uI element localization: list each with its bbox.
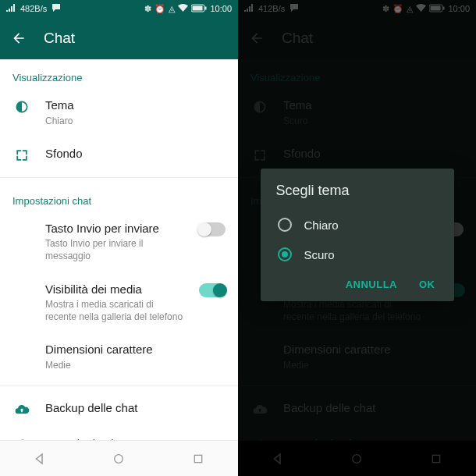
item-media-visibility[interactable]: Visibilità dei media Mostra i media scar… [0,272,238,333]
section-chat-settings: Impostazioni chat [0,183,238,211]
item-font-size[interactable]: Dimensioni carattere Medie [0,332,238,381]
radio-checked-icon [278,247,292,261]
divider [0,177,238,178]
app-bar: Chat [0,17,238,59]
option-light-label: Chiaro [304,218,339,232]
signal-icon [6,4,16,13]
item-theme-title: Tema [45,98,226,113]
item-backup[interactable]: Backup delle chat [0,391,238,427]
radio-unchecked-icon [278,218,292,232]
screen-light: 482B/s ✽ ⏰ ◬ 10:00 Chat Visualizzazione [0,0,238,476]
svg-rect-2 [205,6,207,9]
option-light[interactable]: Chiaro [276,210,439,240]
option-dark[interactable]: Scuro [276,240,439,269]
clock-text: 10:00 [210,4,232,13]
alarm-icon: ⏰ [155,5,165,13]
item-enter-title: Tasto Invio per inviare [45,221,185,236]
switch-enter-send[interactable] [199,222,226,236]
nav-recent-icon[interactable] [188,449,208,469]
nav-back-icon[interactable] [30,449,50,469]
cancel-button[interactable]: ANNULLA [346,279,397,290]
theme-dialog: Scegli tema Chiaro Scuro ANNULLA OK [261,169,454,301]
dnd-icon: ✽ [144,5,151,13]
svg-rect-1 [193,5,203,10]
section-display: Visualizzazione [0,59,238,88]
settings-list: Visualizzazione Tema Chiaro Sfondo Impos… [0,59,238,440]
dialog-scrim[interactable]: Scegli tema Chiaro Scuro ANNULLA OK [238,0,476,476]
screen-dark: 412B/s ✽ ⏰ ◬ 10:00 Chat Visualizzazione [238,0,476,476]
svg-rect-4 [194,455,201,462]
item-theme[interactable]: Tema Chiaro [0,88,238,137]
item-history[interactable]: Cronologia chat [0,427,238,440]
item-media-title: Visibilità dei media [45,282,185,297]
status-bar: 482B/s ✽ ⏰ ◬ 10:00 [0,0,238,17]
divider [0,385,238,386]
ok-button[interactable]: OK [419,279,435,290]
speech-bubble-icon [52,4,61,14]
back-icon[interactable] [11,30,27,46]
cloud-upload-icon [12,400,31,417]
network-speed: 482B/s [20,4,47,13]
item-wallpaper-title: Sfondo [45,146,226,162]
dialog-title: Scegli tema [276,183,439,199]
item-backup-title: Backup delle chat [45,400,226,416]
item-enter-send[interactable]: Tasto Invio per inviare Tasto Invio per … [0,211,238,272]
item-wallpaper[interactable]: Sfondo [0,137,238,172]
battery-icon [191,4,207,14]
page-title: Chat [44,30,75,47]
nav-home-icon[interactable] [108,449,129,469]
option-dark-label: Scuro [304,248,335,261]
no-sim-icon: ◬ [169,5,175,13]
wifi-icon [178,4,188,13]
android-nav-bar [0,440,238,476]
item-font-title: Dimensioni carattere [45,342,226,357]
wallpaper-icon [12,146,31,163]
item-media-sub: Mostra i media scaricati di recente nell… [45,298,185,323]
item-enter-sub: Tasto Invio per inviare il messaggio [45,237,185,262]
theme-icon [12,98,31,115]
svg-point-3 [115,454,123,463]
item-font-sub: Medie [45,359,226,371]
item-theme-value: Chiaro [45,115,226,127]
switch-media-visibility[interactable] [199,283,226,297]
